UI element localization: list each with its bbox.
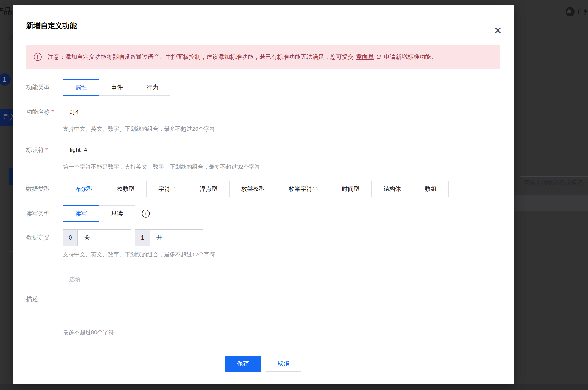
function-name-label-text: 功能名称 — [26, 109, 50, 115]
read-write-group: 读写 只读 — [63, 205, 135, 222]
region-selector[interactable]: 广州 — [562, 4, 588, 19]
step-badge: 1 — [0, 73, 11, 86]
modal-actions: 保存 取消 — [26, 356, 500, 372]
identifier-input[interactable] — [63, 142, 464, 158]
pair-value-input-1[interactable] — [150, 229, 203, 246]
function-type-row: 功能类型 属性 事件 行为 — [26, 79, 500, 96]
background-button-fragment — [9, 168, 13, 185]
background-table-line — [9, 318, 13, 318]
data-definition-pair-0: 0 — [63, 229, 131, 246]
custom-function-form: 功能类型 属性 事件 行为 功能名称* 支持中文、英文、数字、下划线的组合，最多… — [26, 79, 500, 336]
description-textarea[interactable] — [63, 271, 464, 323]
background-table-line — [9, 251, 13, 252]
identifier-hint: 第一个字符不能是数字，支持英文、数字、下划线的组合，最多不超过32个字符 — [63, 163, 500, 171]
function-type-option-event[interactable]: 事件 — [99, 79, 135, 96]
identifier-label: 标识符* — [26, 146, 63, 154]
background-table-line — [9, 207, 13, 207]
warning-circle-icon: ! — [34, 53, 42, 61]
function-type-group: 属性 事件 行为 — [63, 79, 170, 96]
background-search-input[interactable]: 请输入功能名称或标识 — [520, 176, 588, 189]
data-definition-pairs: 0 1 — [63, 229, 203, 246]
function-name-row: 功能名称* — [26, 104, 500, 120]
region-label: 广州 — [577, 7, 588, 16]
data-type-option-enum-string[interactable]: 枚举字符串 — [277, 181, 330, 197]
function-name-hint: 支持中文、英文、数字、下划线的组合，最多不超过20个字符 — [63, 125, 500, 133]
identifier-label-text: 标识符 — [26, 146, 44, 153]
data-type-option-bool[interactable]: 布尔型 — [63, 181, 105, 197]
data-type-row: 数据类型 布尔型 整数型 字符串 浮点型 枚举整型 枚举字符串 时间型 结构体 … — [26, 181, 500, 197]
identifier-row: 标识符* — [26, 142, 500, 158]
intent-order-link[interactable]: 意向单 — [356, 53, 374, 60]
background-table-header — [514, 195, 588, 211]
close-icon[interactable]: ✕ — [492, 25, 504, 36]
add-custom-function-modal: 新增自定义功能 ✕ ! 注意：添加自定义功能将影响设备通过语音、中控面板控制，建… — [13, 5, 514, 384]
data-type-option-enum-int[interactable]: 枚举整型 — [229, 181, 277, 197]
external-link-icon[interactable] — [376, 54, 381, 61]
data-type-label: 数据类型 — [26, 185, 63, 193]
function-name-label: 功能名称* — [26, 108, 63, 116]
data-definition-row: 数据定义 0 1 — [26, 229, 500, 246]
read-write-row: 读写类型 读写 只读 i — [26, 205, 500, 222]
data-type-option-array[interactable]: 数组 — [413, 181, 449, 197]
required-mark: * — [45, 146, 48, 153]
data-type-option-string[interactable]: 字符串 — [146, 181, 188, 197]
data-type-group: 布尔型 整数型 字符串 浮点型 枚举整型 枚举字符串 时间型 结构体 数组 — [63, 181, 449, 197]
data-type-option-struct[interactable]: 结构体 — [371, 181, 413, 197]
description-hint: 最多不超过80个字符 — [63, 329, 500, 336]
data-definition-pair-1: 1 — [135, 229, 203, 246]
function-name-input[interactable] — [63, 104, 464, 120]
background-page-title: 产品 — [0, 6, 12, 17]
notice-text-after: 申请新增标准功能。 — [384, 53, 437, 60]
notice-text: 注意：添加自定义功能将影响设备通过语音、中控面板控制，建议添加标准功能，若已有标… — [48, 53, 437, 61]
description-label: 描述 — [26, 291, 63, 303]
pair-key-0: 0 — [63, 229, 78, 246]
pair-value-input-0[interactable] — [78, 229, 131, 246]
background-table-edge — [9, 192, 13, 390]
data-type-option-float[interactable]: 浮点型 — [188, 181, 230, 197]
import-button[interactable]: 导入 — [0, 109, 13, 126]
description-row: 描述 — [26, 271, 500, 323]
save-button[interactable]: 保存 — [225, 356, 261, 372]
function-type-option-attribute[interactable]: 属性 — [63, 79, 99, 96]
info-icon[interactable]: i — [142, 210, 150, 218]
modal-title: 新增自定义功能 — [26, 21, 77, 30]
background-footer-band — [0, 384, 588, 390]
function-type-option-action[interactable]: 行为 — [135, 79, 170, 96]
data-definition-hint: 支持中文、英文、数字、下划线的组合，最多不超过12个字符 — [63, 251, 500, 258]
data-type-option-int[interactable]: 整数型 — [105, 181, 147, 197]
notice-banner: ! 注意：添加自定义功能将影响设备通过语音、中控面板控制，建议添加标准功能，若已… — [26, 45, 500, 69]
data-definition-label: 数据定义 — [26, 234, 63, 242]
function-type-label: 功能类型 — [26, 83, 63, 91]
required-mark: * — [51, 109, 54, 115]
globe-icon — [566, 7, 575, 16]
pair-key-1: 1 — [135, 229, 150, 246]
notice-text-before: 注意：添加自定义功能将影响设备通过语音、中控面板控制，建议添加标准功能，若已有标… — [48, 53, 354, 60]
read-write-option-ro[interactable]: 只读 — [99, 205, 135, 222]
read-write-option-rw[interactable]: 读写 — [63, 205, 99, 222]
data-type-option-time[interactable]: 时间型 — [330, 181, 372, 197]
read-write-label: 读写类型 — [26, 210, 63, 218]
cancel-button[interactable]: 取消 — [266, 356, 301, 372]
